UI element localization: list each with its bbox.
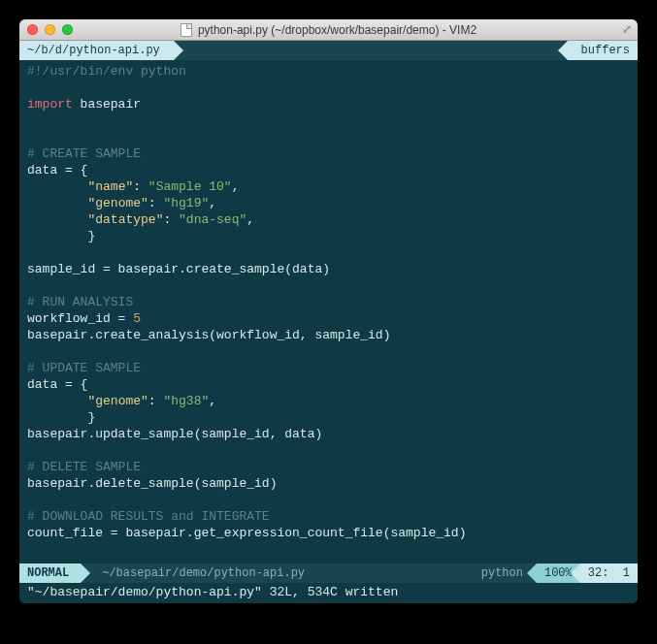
code-number: 5 (133, 311, 141, 326)
window-title: python-api.py (~/dropbox/work/basepair/d… (198, 23, 476, 37)
status-position: 32: 1 (580, 564, 638, 583)
editor: ~/b/d/python-api.py buffers #!/usr/bin/e… (19, 41, 638, 603)
file-tab[interactable]: ~/b/d/python-api.py (19, 41, 174, 60)
minimize-icon[interactable] (45, 24, 55, 35)
code-punc: : (148, 196, 164, 210)
code-line: data = { (27, 163, 87, 177)
code-string: "Sample 10" (148, 179, 232, 194)
window-title-wrap: python-api.py (~/dropbox/work/basepair/d… (19, 23, 638, 37)
code-string: "hg19" (163, 196, 209, 210)
code-key: "name" (87, 179, 133, 194)
code-comment: # RUN ANALYSIS (27, 295, 133, 309)
code-punc: , (246, 212, 254, 227)
status-right-group: python 100% 32: 1 (481, 564, 638, 583)
app-window: python-api.py (~/dropbox/work/basepair/d… (19, 19, 638, 603)
zoom-icon[interactable] (62, 24, 73, 35)
code-token: workflow_id = (27, 311, 133, 326)
buffers-label: buffers (581, 44, 630, 57)
code-key: "genome" (87, 196, 148, 210)
tab-bar: ~/b/d/python-api.py buffers (19, 41, 638, 60)
code-line: count_file = basepair.get_expression_cou… (27, 526, 466, 540)
code-line: basepair.create_analysis(workflow_id, sa… (27, 328, 390, 342)
status-bar: NORMAL ~/basepair/demo/python-api.py pyt… (19, 564, 638, 583)
code-line: data = { (27, 377, 87, 392)
code-string: "dna-seq" (179, 212, 246, 227)
code-punc: , (209, 394, 216, 408)
close-icon[interactable] (27, 24, 38, 35)
code-comment: # DOWNLOAD RESULTS and INTEGRATE (27, 509, 270, 524)
traffic-lights (27, 24, 73, 35)
code-string: "hg38" (163, 394, 209, 408)
code-punc: , (232, 179, 240, 194)
tab-left-group: ~/b/d/python-api.py (19, 41, 174, 60)
code-token: basepair (73, 97, 141, 112)
code-line: } (27, 229, 95, 243)
buffers-button[interactable]: buffers (568, 41, 638, 60)
code-key: "datatype" (87, 212, 163, 227)
fullscreen-icon[interactable]: ⤢ (622, 22, 632, 37)
code-comment: # DELETE SAMPLE (27, 460, 141, 474)
code-line: sample_id = basepair.create_sample(data) (27, 262, 330, 276)
code-line: #!/usr/bin/env python (27, 64, 186, 79)
file-tab-label: ~/b/d/python-api.py (27, 44, 160, 57)
code-comment: # CREATE SAMPLE (27, 146, 141, 161)
vim-mode-label: NORMAL (27, 566, 69, 580)
code-area[interactable]: #!/usr/bin/env python import basepair # … (19, 60, 638, 564)
code-comment: # UPDATE SAMPLE (27, 361, 141, 375)
code-line: basepair.update_sample(sample_id, data) (27, 427, 322, 441)
code-punc: : (163, 212, 179, 227)
tab-right-group: buffers (568, 41, 638, 60)
code-punc: , (209, 196, 216, 210)
code-line: } (27, 410, 95, 425)
command-line[interactable]: "~/basepair/demo/python-api.py" 32L, 534… (19, 583, 638, 603)
status-percent-value: 100% (544, 566, 573, 580)
status-line: 32: (588, 566, 609, 580)
code-token-import: import (27, 97, 73, 112)
document-icon (181, 23, 192, 37)
titlebar[interactable]: python-api.py (~/dropbox/work/basepair/d… (19, 19, 638, 41)
code-line: basepair.delete_sample(sample_id) (27, 476, 277, 491)
code-punc: : (133, 179, 148, 194)
code-punc: : (148, 394, 164, 408)
status-filepath: ~/basepair/demo/python-api.py (81, 564, 316, 583)
vim-mode-indicator: NORMAL (19, 564, 81, 583)
status-col: 1 (623, 566, 630, 580)
code-key: "genome" (87, 394, 148, 408)
